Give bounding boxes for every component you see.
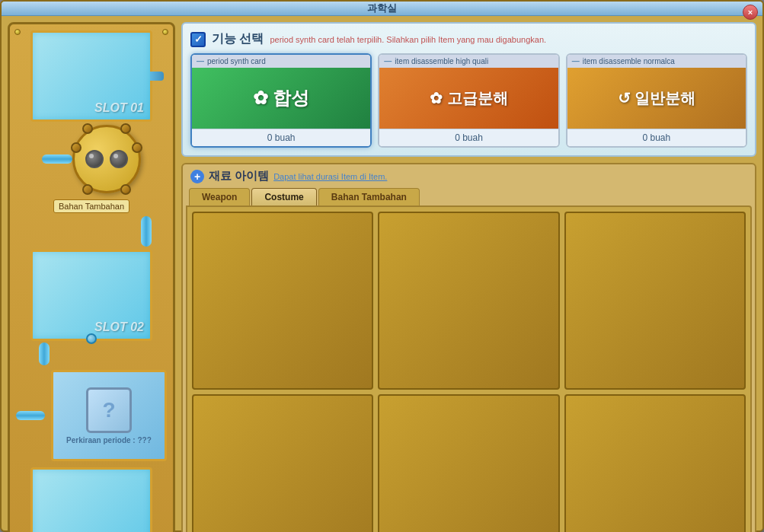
left-panel: SLOT 01 (8, 22, 175, 532)
question-symbol: ? (102, 398, 115, 422)
cards-row: — period synth card ✿ 합성 0 buah — item d… (190, 53, 747, 148)
item-title: 재료 아이템 (209, 169, 269, 183)
disasm-normal-kr: ↺ 일반분해 (618, 88, 696, 109)
disasm-high-card[interactable]: — item disassemble high quali ✿ 고급분해 0 b… (378, 53, 559, 148)
disasm-normal-image: ↺ 일반분해 (567, 68, 746, 129)
tab-bahan-tambahan[interactable]: Bahan Tambahan (318, 188, 420, 205)
feature-section: ✓ 기능 선택 period synth card telah terpilih… (181, 22, 756, 157)
robot-eye-left (85, 150, 104, 168)
item-plus-icon: + (190, 170, 204, 183)
disasm-normal-label: item disassemble normalca (583, 57, 675, 65)
slot3-box[interactable]: SLOT 03 (30, 467, 152, 532)
disasm-normal-header: — item disassemble normalca (567, 55, 746, 68)
disasm-high-kr: ✿ 고급분해 (430, 88, 508, 109)
slot2-box[interactable]: SLOT 02 (30, 250, 152, 341)
title-bar: 과학실 × (2, 2, 762, 16)
stripe-area (16, 342, 167, 365)
pipe-left-connector (42, 155, 72, 164)
left-panel-inner: SLOT 01 (16, 30, 167, 532)
synth-card-header: — period synth card (192, 55, 370, 68)
slot2-row: SLOT 02 (16, 250, 167, 341)
pipe-elbow-area: ? Perkiraan periode : ??? (16, 370, 167, 461)
tab-costume[interactable]: Costume (251, 188, 316, 205)
slot2-label: SLOT 02 (94, 320, 144, 334)
checkbox-icon[interactable]: ✓ (190, 32, 206, 47)
robot-eye-right (110, 150, 128, 168)
right-panel: ✓ 기능 선택 period synth card telah terpilih… (181, 22, 756, 532)
tab-weapon[interactable]: Weapon (189, 188, 250, 205)
window-title: 과학실 (367, 2, 397, 15)
question-slot[interactable]: ? Perkiraan periode : ??? (51, 370, 167, 461)
content-area: SLOT 01 (2, 16, 762, 532)
close-button[interactable]: × (743, 5, 758, 20)
robot-head (72, 125, 141, 193)
robot-ear-right (132, 142, 142, 153)
item-section: + 재료 아이템 Dapat lihat durasi Item di Item… (181, 163, 756, 532)
grid-cell-4[interactable] (192, 394, 373, 532)
disasm-normal-count: 0 buah (567, 129, 746, 146)
synth-kr-text: ✿ 합성 (253, 86, 310, 110)
robot-ear-bottom-left (82, 184, 93, 195)
synth-card-minus: — (197, 57, 204, 65)
period-text: Perkiraan periode : ??? (66, 436, 152, 444)
grid-cell-6[interactable] (564, 394, 746, 532)
slot3-row: SLOT 03 (16, 467, 167, 532)
feature-title: 기능 선택 (212, 31, 264, 47)
main-window: 과학실 × SLOT 01 (0, 0, 764, 532)
synth-card-image: ✿ 합성 (192, 68, 370, 129)
pipe-bend-row (16, 216, 167, 247)
synth-card-count: 0 buah (192, 129, 370, 146)
robot-ear-top-left (82, 123, 93, 134)
robot-row (16, 125, 167, 193)
robot-ear-top-right (120, 123, 131, 134)
disasm-high-minus: — (384, 57, 392, 65)
bahan-label: Bahan Tambahan (53, 199, 129, 213)
disasm-high-label: item disassemble high quali (395, 57, 488, 65)
synth-card[interactable]: — period synth card ✿ 합성 0 buah (190, 53, 372, 148)
disasm-high-image: ✿ 고급분해 (379, 68, 558, 129)
disasm-high-count: 0 buah (379, 129, 558, 146)
item-grid (186, 205, 752, 532)
feature-subtitle: period synth card telah terpilih. Silahk… (270, 35, 546, 44)
slot1-label: SLOT 01 (94, 101, 144, 115)
robot-ear-left (71, 142, 82, 153)
slot1-box[interactable]: SLOT 01 (30, 30, 152, 122)
item-header: + 재료 아이템 Dapat lihat durasi Item di Item… (183, 164, 755, 188)
item-subtitle-link[interactable]: Dapat lihat durasi Item di Item. (273, 172, 387, 181)
vertical-pipe2 (39, 342, 50, 365)
disasm-normal-card[interactable]: — item disassemble normalca ↺ 일반분해 0 bua… (566, 53, 747, 148)
grid-cell-3[interactable] (564, 212, 746, 390)
disasm-normal-minus: — (572, 57, 580, 65)
synth-card-label: period synth card (207, 57, 266, 65)
tabs-row: Weapon Costume Bahan Tambahan (183, 188, 755, 205)
grid-cell-1[interactable] (192, 212, 373, 390)
question-box: ? (86, 387, 132, 433)
grid-cell-2[interactable] (378, 212, 559, 390)
slot1-right-connector (150, 72, 164, 81)
vertical-pipe (141, 216, 152, 247)
grid-cell-5[interactable] (378, 394, 559, 532)
feature-header: ✓ 기능 선택 period synth card telah terpilih… (190, 31, 747, 47)
slot2-bottom-connector (86, 333, 97, 344)
pipe-h-elbow (16, 411, 45, 420)
disasm-high-header: — item disassemble high quali (379, 55, 558, 68)
slot1-row: SLOT 01 (16, 30, 167, 122)
robot-ear-bottom-right (120, 184, 131, 195)
